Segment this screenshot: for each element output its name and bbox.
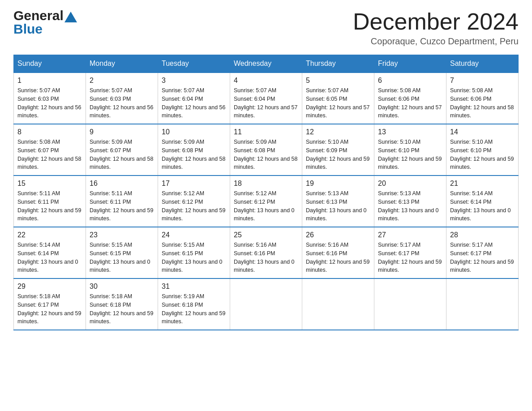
calendar-cell: 19Sunrise: 5:13 AMSunset: 6:13 PMDayligh… xyxy=(302,176,374,227)
header-col-monday: Monday xyxy=(86,55,158,73)
day-number: 26 xyxy=(306,231,370,239)
day-info: Sunrise: 5:12 AMSunset: 6:12 PMDaylight:… xyxy=(234,189,298,223)
day-info: Sunrise: 5:17 AMSunset: 6:17 PMDaylight:… xyxy=(378,241,442,274)
calendar-cell xyxy=(374,278,446,330)
calendar-cell: 13Sunrise: 5:10 AMSunset: 6:10 PMDayligh… xyxy=(374,124,446,176)
day-number: 7 xyxy=(450,77,515,85)
calendar-cell: 10Sunrise: 5:09 AMSunset: 6:08 PMDayligh… xyxy=(158,124,230,176)
calendar-cell: 18Sunrise: 5:12 AMSunset: 6:12 PMDayligh… xyxy=(230,176,302,227)
calendar-cell xyxy=(302,278,374,330)
calendar-cell: 4Sunrise: 5:07 AMSunset: 6:04 PMDaylight… xyxy=(230,73,302,124)
day-number: 10 xyxy=(162,128,226,136)
week-row-5: 29Sunrise: 5:18 AMSunset: 6:17 PMDayligh… xyxy=(14,278,519,330)
day-number: 8 xyxy=(17,128,82,136)
day-info: Sunrise: 5:07 AMSunset: 6:05 PMDaylight:… xyxy=(306,86,370,120)
day-number: 25 xyxy=(234,231,298,239)
logo: General Blue xyxy=(13,9,77,36)
page-header: General Blue December 2024 Coporaque, Cu… xyxy=(13,9,519,47)
week-row-2: 8Sunrise: 5:08 AMSunset: 6:07 PMDaylight… xyxy=(14,124,519,176)
day-number: 30 xyxy=(90,283,154,291)
day-number: 27 xyxy=(378,231,442,239)
day-number: 11 xyxy=(234,128,298,136)
calendar-cell: 6Sunrise: 5:08 AMSunset: 6:06 PMDaylight… xyxy=(374,73,446,124)
day-info: Sunrise: 5:13 AMSunset: 6:13 PMDaylight:… xyxy=(378,189,442,223)
day-number: 21 xyxy=(450,180,515,188)
day-info: Sunrise: 5:13 AMSunset: 6:13 PMDaylight:… xyxy=(306,189,370,223)
day-info: Sunrise: 5:07 AMSunset: 6:04 PMDaylight:… xyxy=(162,86,226,120)
calendar-cell: 9Sunrise: 5:09 AMSunset: 6:07 PMDaylight… xyxy=(86,124,158,176)
calendar-cell xyxy=(230,278,302,330)
day-info: Sunrise: 5:10 AMSunset: 6:10 PMDaylight:… xyxy=(378,138,442,171)
calendar-cell: 14Sunrise: 5:10 AMSunset: 6:10 PMDayligh… xyxy=(446,124,519,176)
day-info: Sunrise: 5:17 AMSunset: 6:17 PMDaylight:… xyxy=(450,241,515,274)
day-number: 13 xyxy=(378,128,442,136)
calendar-cell: 27Sunrise: 5:17 AMSunset: 6:17 PMDayligh… xyxy=(374,227,446,278)
logo-triangle-icon xyxy=(64,12,77,22)
day-number: 4 xyxy=(234,77,298,85)
header-col-wednesday: Wednesday xyxy=(230,55,302,73)
day-number: 15 xyxy=(17,180,82,188)
header-col-sunday: Sunday xyxy=(14,55,86,73)
logo-block: General Blue xyxy=(13,9,77,36)
logo-blue-text: Blue xyxy=(13,21,43,36)
calendar-cell: 25Sunrise: 5:16 AMSunset: 6:16 PMDayligh… xyxy=(230,227,302,278)
day-number: 29 xyxy=(17,283,82,291)
day-info: Sunrise: 5:16 AMSunset: 6:16 PMDaylight:… xyxy=(306,241,370,274)
calendar-cell xyxy=(446,278,519,330)
calendar-cell: 17Sunrise: 5:12 AMSunset: 6:12 PMDayligh… xyxy=(158,176,230,227)
day-info: Sunrise: 5:08 AMSunset: 6:07 PMDaylight:… xyxy=(17,138,82,171)
calendar-cell: 7Sunrise: 5:08 AMSunset: 6:06 PMDaylight… xyxy=(446,73,519,124)
day-number: 28 xyxy=(450,231,515,239)
day-info: Sunrise: 5:15 AMSunset: 6:15 PMDaylight:… xyxy=(90,241,154,274)
calendar-cell: 30Sunrise: 5:18 AMSunset: 6:18 PMDayligh… xyxy=(86,278,158,330)
day-number: 22 xyxy=(17,231,82,239)
calendar-cell: 26Sunrise: 5:16 AMSunset: 6:16 PMDayligh… xyxy=(302,227,374,278)
day-info: Sunrise: 5:09 AMSunset: 6:07 PMDaylight:… xyxy=(90,138,154,171)
calendar-cell: 2Sunrise: 5:07 AMSunset: 6:03 PMDaylight… xyxy=(86,73,158,124)
week-row-3: 15Sunrise: 5:11 AMSunset: 6:11 PMDayligh… xyxy=(14,176,519,227)
calendar-cell: 21Sunrise: 5:14 AMSunset: 6:14 PMDayligh… xyxy=(446,176,519,227)
day-info: Sunrise: 5:08 AMSunset: 6:06 PMDaylight:… xyxy=(378,86,442,120)
day-info: Sunrise: 5:15 AMSunset: 6:15 PMDaylight:… xyxy=(162,241,226,274)
header-col-tuesday: Tuesday xyxy=(158,55,230,73)
week-row-1: 1Sunrise: 5:07 AMSunset: 6:03 PMDaylight… xyxy=(14,73,519,124)
day-number: 31 xyxy=(162,283,226,291)
day-info: Sunrise: 5:12 AMSunset: 6:12 PMDaylight:… xyxy=(162,189,226,223)
day-number: 12 xyxy=(306,128,370,136)
calendar-cell: 1Sunrise: 5:07 AMSunset: 6:03 PMDaylight… xyxy=(14,73,86,124)
day-info: Sunrise: 5:18 AMSunset: 6:17 PMDaylight:… xyxy=(17,292,82,326)
day-number: 23 xyxy=(90,231,154,239)
calendar-cell: 23Sunrise: 5:15 AMSunset: 6:15 PMDayligh… xyxy=(86,227,158,278)
calendar-cell: 11Sunrise: 5:09 AMSunset: 6:08 PMDayligh… xyxy=(230,124,302,176)
week-row-4: 22Sunrise: 5:14 AMSunset: 6:14 PMDayligh… xyxy=(14,227,519,278)
calendar-cell: 24Sunrise: 5:15 AMSunset: 6:15 PMDayligh… xyxy=(158,227,230,278)
calendar-cell: 12Sunrise: 5:10 AMSunset: 6:09 PMDayligh… xyxy=(302,124,374,176)
day-number: 1 xyxy=(17,77,82,85)
day-info: Sunrise: 5:10 AMSunset: 6:09 PMDaylight:… xyxy=(306,138,370,171)
calendar-subtitle: Coporaque, Cuzco Department, Peru xyxy=(353,36,519,47)
day-number: 9 xyxy=(90,128,154,136)
header-col-friday: Friday xyxy=(374,55,446,73)
day-info: Sunrise: 5:09 AMSunset: 6:08 PMDaylight:… xyxy=(234,138,298,171)
day-number: 5 xyxy=(306,77,370,85)
day-number: 24 xyxy=(162,231,226,239)
header-col-thursday: Thursday xyxy=(302,55,374,73)
day-number: 17 xyxy=(162,180,226,188)
calendar-cell: 5Sunrise: 5:07 AMSunset: 6:05 PMDaylight… xyxy=(302,73,374,124)
day-info: Sunrise: 5:14 AMSunset: 6:14 PMDaylight:… xyxy=(17,241,82,274)
calendar-cell: 28Sunrise: 5:17 AMSunset: 6:17 PMDayligh… xyxy=(446,227,519,278)
day-info: Sunrise: 5:14 AMSunset: 6:14 PMDaylight:… xyxy=(450,189,515,223)
calendar-cell: 20Sunrise: 5:13 AMSunset: 6:13 PMDayligh… xyxy=(374,176,446,227)
day-number: 20 xyxy=(378,180,442,188)
day-info: Sunrise: 5:08 AMSunset: 6:06 PMDaylight:… xyxy=(450,86,515,120)
day-info: Sunrise: 5:11 AMSunset: 6:11 PMDaylight:… xyxy=(90,189,154,223)
day-number: 14 xyxy=(450,128,515,136)
calendar-title-block: December 2024 Coporaque, Cuzco Departmen… xyxy=(353,9,519,47)
calendar-cell: 16Sunrise: 5:11 AMSunset: 6:11 PMDayligh… xyxy=(86,176,158,227)
day-number: 2 xyxy=(90,77,154,85)
day-info: Sunrise: 5:16 AMSunset: 6:16 PMDaylight:… xyxy=(234,241,298,274)
calendar-cell: 15Sunrise: 5:11 AMSunset: 6:11 PMDayligh… xyxy=(14,176,86,227)
day-number: 6 xyxy=(378,77,442,85)
calendar-cell: 22Sunrise: 5:14 AMSunset: 6:14 PMDayligh… xyxy=(14,227,86,278)
day-info: Sunrise: 5:07 AMSunset: 6:03 PMDaylight:… xyxy=(17,86,82,120)
